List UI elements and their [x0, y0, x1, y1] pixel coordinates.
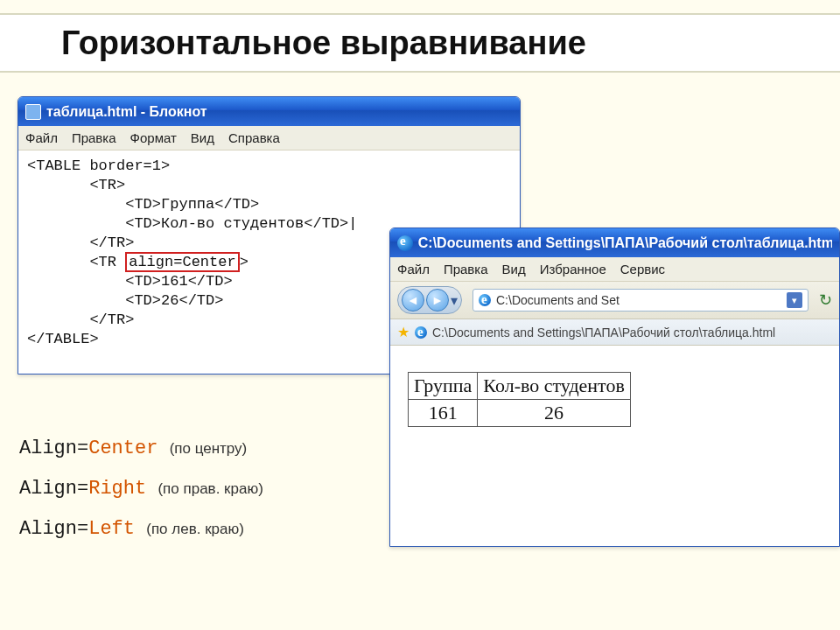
ie-menu-edit[interactable]: Правка — [444, 262, 488, 276]
code-line: <TD>26</TD> — [27, 292, 223, 309]
slide-title: Горизонтальное выравнивание — [0, 13, 840, 73]
code-line: <TABLE border=1> — [27, 158, 170, 174]
code-line: <TR — [27, 254, 125, 270]
address-dropdown-icon[interactable]: ▾ — [787, 292, 802, 308]
code-line: </TR> — [27, 234, 134, 251]
table-cell: 161 — [409, 400, 478, 427]
ie-nav-buttons: ◄ ► ▾ — [397, 286, 462, 314]
code-line: <TD>161</TD> — [27, 273, 233, 290]
code-line: <TD>Кол-во студентов</TD> — [27, 215, 348, 232]
address-text: C:\Documents and Set — [496, 293, 620, 307]
table-cell: Кол-во студентов — [478, 373, 630, 400]
table-row: 161 26 — [409, 400, 631, 427]
ie-title-text: C:\Documents and Settings\ПАПА\Рабочий с… — [418, 235, 832, 251]
linkbar-text: C:\Documents and Settings\ПАПА\Рабочий с… — [432, 326, 775, 340]
legend-row-left: Align=Left (по лев. краю) — [19, 509, 263, 550]
ie-menu-tools[interactable]: Сервис — [620, 262, 665, 276]
notepad-menu-format[interactable]: Формат — [130, 130, 177, 145]
favorites-star-icon[interactable]: ★ — [397, 324, 410, 340]
legend-row-center: Align=Center (по центру) — [19, 429, 263, 469]
notepad-icon — [25, 104, 41, 120]
ie-menu-file[interactable]: Файл — [397, 262, 430, 276]
code-line: <TD>Группа</TD> — [27, 196, 259, 213]
ie-icon — [415, 326, 427, 339]
table-cell: Группа — [409, 373, 478, 400]
legend-attr: Align= — [19, 518, 88, 540]
notepad-menu-edit[interactable]: Правка — [72, 130, 116, 145]
notepad-menu-view[interactable]: Вид — [191, 130, 214, 145]
legend-attr: Align= — [19, 438, 88, 459]
table-cell: 26 — [478, 400, 630, 427]
ie-menubar: Файл Правка Вид Избранное Сервис — [390, 257, 839, 282]
forward-button[interactable]: ► — [426, 289, 449, 312]
notepad-menu-file[interactable]: Файл — [25, 130, 58, 145]
notepad-titlebar[interactable]: таблица.html - Блокнот — [18, 97, 520, 126]
table-row: Группа Кол-во студентов — [409, 373, 631, 400]
legend-note: (по прав. краю) — [158, 480, 262, 497]
legend-value-left: Left — [88, 518, 135, 540]
ie-titlebar[interactable]: C:\Documents and Settings\ПАПА\Рабочий с… — [390, 228, 839, 257]
code-line: <TR> — [27, 177, 125, 193]
highlight-align-center: align=Center — [125, 252, 239, 272]
code-line: </TABLE> — [27, 331, 99, 347]
ie-menu-view[interactable]: Вид — [502, 262, 526, 276]
rendered-table: Группа Кол-во студентов 161 26 — [408, 372, 631, 427]
code-line: </TR> — [27, 312, 134, 328]
legend-attr: Align= — [19, 478, 88, 500]
notepad-title-text: таблица.html - Блокнот — [46, 104, 207, 120]
code-line: > — [240, 254, 248, 270]
ie-content: Группа Кол-во студентов 161 26 — [390, 346, 839, 546]
text-cursor: | — [348, 215, 357, 232]
refresh-icon[interactable]: ↻ — [819, 290, 832, 310]
ie-icon — [479, 294, 491, 306]
back-button[interactable]: ◄ — [402, 289, 424, 312]
legend-note: (по лев. краю) — [146, 521, 244, 537]
ie-window: C:\Documents and Settings\ПАПА\Рабочий с… — [389, 228, 840, 547]
ie-icon — [397, 235, 413, 251]
legend: Align=Center (по центру) Align=Right (по… — [19, 429, 263, 550]
ie-linkbar: ★ C:\Documents and Settings\ПАПА\Рабочий… — [390, 319, 839, 346]
chevron-down-icon[interactable]: ▾ — [451, 292, 458, 309]
ie-toolbar: ◄ ► ▾ C:\Documents and Set ▾ ↻ — [390, 282, 839, 319]
notepad-menu-help[interactable]: Справка — [228, 130, 280, 145]
legend-value-right: Right — [88, 478, 146, 500]
legend-value-center: Center — [88, 438, 158, 459]
notepad-menubar: Файл Правка Формат Вид Справка — [18, 126, 520, 150]
legend-note: (по центру) — [170, 440, 248, 457]
address-bar[interactable]: C:\Documents and Set ▾ — [472, 289, 808, 312]
ie-menu-favorites[interactable]: Избранное — [540, 262, 606, 276]
legend-row-right: Align=Right (по прав. краю) — [19, 469, 263, 509]
